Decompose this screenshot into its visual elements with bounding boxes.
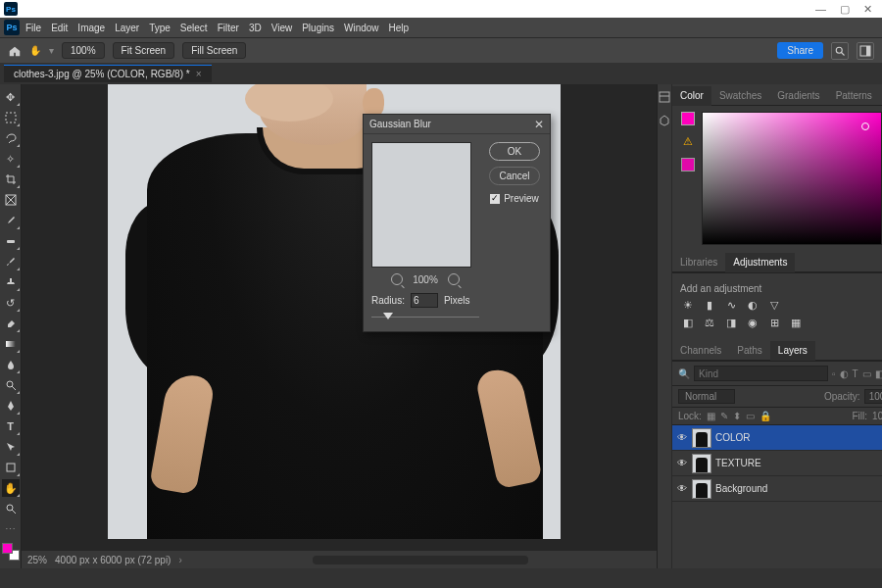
levels-icon[interactable]: ▮ [702, 298, 717, 312]
preview-checkbox[interactable]: ✓ [490, 194, 500, 204]
tab-swatches[interactable]: Swatches [711, 86, 769, 105]
shape-tool-icon[interactable] [2, 459, 20, 476]
tab-patterns[interactable]: Patterns [828, 86, 880, 105]
search-icon[interactable]: 🔍 [678, 368, 690, 379]
filter-icon[interactable]: ▭ [862, 368, 871, 379]
zoom-tool-icon[interactable] [2, 500, 20, 517]
opacity-input[interactable]: 100% [864, 389, 882, 404]
radius-input[interactable] [411, 293, 438, 308]
panel-icon[interactable] [658, 114, 671, 127]
status-zoom[interactable]: 25% [27, 555, 47, 565]
maximize-button[interactable]: ▢ [840, 3, 850, 16]
menu-file[interactable]: File [25, 23, 41, 33]
tab-paths[interactable]: Paths [729, 341, 770, 360]
layer-row[interactable]: 👁 TEXTURE [672, 451, 882, 476]
tab-adjustments[interactable]: Adjustments [725, 253, 795, 272]
share-button[interactable]: Share [777, 42, 823, 59]
menu-layer[interactable]: Layer [115, 23, 139, 33]
color-field[interactable] [702, 112, 882, 245]
filter-icon[interactable]: ◐ [840, 368, 849, 379]
layer-filter-input[interactable] [694, 366, 828, 381]
visibility-icon[interactable]: 👁 [676, 483, 688, 494]
minimize-button[interactable]: — [815, 3, 826, 16]
canvas-area[interactable]: Gaussian Blur ✕ 100% Radius: Pixels [22, 84, 657, 568]
vibrance-icon[interactable]: ▽ [766, 298, 782, 312]
hand-tool-icon[interactable]: ✋ [2, 479, 20, 497]
filter-icon[interactable]: T [853, 368, 858, 379]
radius-slider[interactable] [371, 312, 479, 323]
layer-thumbnail[interactable] [692, 479, 711, 499]
lock-icon[interactable]: ▭ [746, 411, 755, 421]
visibility-icon[interactable]: 👁 [676, 458, 688, 468]
menu-3d[interactable]: 3D [249, 23, 262, 33]
layer-row[interactable]: 👁 Background [672, 476, 882, 502]
lasso-tool-icon[interactable] [2, 129, 20, 147]
path-select-icon[interactable] [2, 438, 20, 456]
lookup-icon[interactable]: ▦ [788, 316, 804, 329]
gamut-warning-icon[interactable]: ⚠ [683, 135, 693, 148]
crop-tool-icon[interactable] [2, 171, 20, 188]
hand-tool-icon[interactable]: ✋ [29, 45, 41, 56]
menu-filter[interactable]: Filter [218, 23, 239, 33]
background-swatch[interactable] [681, 158, 695, 172]
home-icon[interactable] [8, 44, 22, 58]
menu-help[interactable]: Help [389, 23, 410, 33]
dialog-close-icon[interactable]: ✕ [534, 118, 544, 131]
type-tool-icon[interactable]: T [2, 417, 20, 435]
zoom-level[interactable]: 100% [62, 42, 105, 59]
filter-icon[interactable]: ◧ [875, 368, 882, 379]
gradient-tool-icon[interactable] [2, 335, 20, 353]
layer-thumbnail[interactable] [692, 428, 711, 448]
curves-icon[interactable]: ∿ [723, 298, 739, 312]
tab-layers[interactable]: Layers [770, 341, 815, 361]
menu-select[interactable]: Select [180, 23, 208, 33]
fill-screen-button[interactable]: Fill Screen [182, 42, 246, 59]
document-tab[interactable]: clothes-3.jpg @ 25% (COLOR, RGB/8) * × [4, 65, 212, 82]
dodge-tool-icon[interactable] [2, 376, 20, 394]
zoom-out-icon[interactable] [391, 273, 403, 285]
tab-libraries[interactable]: Libraries [672, 253, 725, 271]
layer-row[interactable]: 👁 COLOR [672, 425, 882, 451]
layer-thumbnail[interactable] [692, 454, 711, 473]
lock-icon[interactable]: ⬍ [733, 411, 741, 421]
pen-tool-icon[interactable] [2, 397, 20, 415]
brush-tool-icon[interactable] [2, 253, 20, 270]
scrollbar[interactable] [313, 556, 528, 564]
tab-channels[interactable]: Channels [672, 341, 729, 360]
visibility-icon[interactable]: 👁 [676, 432, 688, 443]
menu-plugins[interactable]: Plugins [302, 23, 334, 33]
layer-name[interactable]: COLOR [715, 432, 751, 443]
exposure-icon[interactable]: ◐ [745, 298, 760, 312]
edit-toolbar-icon[interactable]: ⋯ [2, 520, 20, 538]
fill-input[interactable]: 100% [872, 411, 882, 421]
lock-icon[interactable]: ✎ [720, 411, 728, 421]
lock-icon[interactable]: ▦ [707, 411, 715, 421]
layer-name[interactable]: Background [715, 483, 767, 494]
wand-tool-icon[interactable]: ✧ [2, 150, 20, 168]
foreground-swatch[interactable] [681, 112, 695, 125]
menu-window[interactable]: Window [344, 23, 379, 33]
blur-tool-icon[interactable] [2, 356, 20, 373]
bw-icon[interactable]: ◨ [723, 316, 739, 329]
hue-icon[interactable]: ◧ [680, 316, 696, 329]
eyedropper-tool-icon[interactable] [2, 212, 20, 229]
mixer-icon[interactable]: ⊞ [766, 316, 782, 329]
lock-all-icon[interactable]: 🔒 [760, 411, 771, 421]
layer-name[interactable]: TEXTURE [715, 458, 761, 468]
photo-filter-icon[interactable]: ◉ [745, 316, 760, 329]
move-tool-icon[interactable]: ✥ [2, 88, 20, 106]
close-button[interactable]: ✕ [863, 3, 872, 16]
stamp-tool-icon[interactable] [2, 273, 20, 291]
menu-image[interactable]: Image [77, 23, 105, 33]
tab-color[interactable]: Color [672, 86, 711, 106]
close-tab-icon[interactable]: × [196, 69, 202, 79]
tab-gradients[interactable]: Gradients [769, 86, 827, 105]
fit-screen-button[interactable]: Fit Screen [113, 42, 175, 59]
panel-icon[interactable] [658, 90, 671, 104]
cancel-button[interactable]: Cancel [489, 167, 540, 185]
ok-button[interactable]: OK [489, 142, 540, 161]
balance-icon[interactable]: ⚖ [702, 316, 717, 329]
blend-mode-select[interactable]: Normal [678, 389, 735, 404]
marquee-tool-icon[interactable] [2, 109, 20, 126]
filter-icon[interactable]: ▫ [832, 368, 836, 379]
